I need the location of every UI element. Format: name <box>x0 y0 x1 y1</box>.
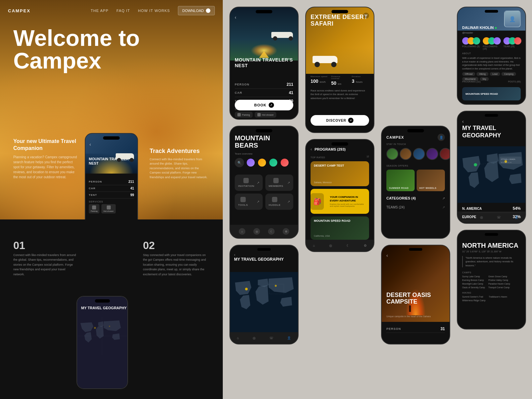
geo-nav-home-icon[interactable]: ⌂ <box>464 215 466 219</box>
map-nav-home-icon[interactable]: ⌂ <box>237 336 239 340</box>
nav-app[interactable]: THE APP <box>91 9 108 13</box>
n-america-pct: 54% <box>513 206 521 211</box>
nav-how[interactable]: HOW IT WORKS <box>138 9 170 13</box>
car-value: 41 <box>289 90 293 95</box>
season-card-wheels[interactable]: HOT WHEELS <box>417 170 445 191</box>
nav-moon-icon[interactable]: ☾ <box>268 228 275 235</box>
geo-back-button[interactable]: ‹ <box>462 119 464 124</box>
geo-nav-person-icon[interactable]: 👤 <box>514 215 518 219</box>
download-button[interactable]: DOWNLOAD <box>178 6 215 15</box>
notch <box>257 248 271 251</box>
nav-compass-icon[interactable]: ◎ <box>253 228 260 235</box>
nav-settings-icon[interactable]: ⚙ <box>283 228 289 235</box>
map-nav-phone-icon[interactable]: ☏ <box>269 336 274 340</box>
oasis-person-label: PERSON <box>386 327 401 331</box>
phone-stats: PERSON 211 CAR 41 TENT 99 SERVICES Parki… <box>89 179 134 213</box>
prog-nav-compass-icon[interactable]: ◎ <box>329 244 332 247</box>
huddle-item[interactable]: HUDDLE ↗ <box>265 194 293 210</box>
notch <box>485 10 498 13</box>
oasis-stats: PERSON 31 <box>386 325 445 333</box>
contact-avatar-1 <box>386 148 398 160</box>
online-indicator <box>495 27 497 29</box>
book-arrow-icon: ↗ <box>269 102 274 108</box>
map-nav-person-icon[interactable]: 👤 <box>287 336 291 340</box>
categories-arrow-icon[interactable]: ↗ <box>442 197 445 200</box>
book-button[interactable]: BOOK ↗ <box>235 100 293 110</box>
season-offer-cards: SUMMER ROAD HOT WHEELS <box>386 170 445 191</box>
safari-stats-row: Maximum speed 100 km/h Distance covered … <box>311 75 369 86</box>
members-icon <box>273 178 279 183</box>
section-text-1: Connect with like-minded travelers from … <box>13 253 76 277</box>
prog-nav-settings-icon[interactable]: ⚙ <box>364 244 367 247</box>
close-icon[interactable]: × <box>363 13 369 19</box>
discover-button[interactable]: DISCOVER ↗ <box>311 115 369 126</box>
tools-item[interactable]: TOOLS ↗ <box>235 194 263 210</box>
tent-label: TENT <box>89 194 97 197</box>
map-title: MY TRAVEL GEOGRAPHY <box>81 306 127 310</box>
campex-social-phone: CAMPEX 👤 STAY IN TOUCH SEASON OFFERS SUM… <box>381 126 450 239</box>
geo-map-svg: OTTAWA, CANADA 45°25' N 75°41' W <box>458 146 525 203</box>
hike-1: Summit Seeker's Trail <box>462 295 485 298</box>
map-bottom-nav: ⌂ ◎ ☏ 👤 <box>230 332 298 344</box>
duration-label: Duration <box>352 75 369 77</box>
s-america-path <box>240 295 250 309</box>
section-number-2: 02 <box>143 239 155 252</box>
categories-row: CATEGORIES (4) ↗ <box>386 196 445 200</box>
season-card-summer[interactable]: SUMMER ROAD <box>386 170 415 191</box>
south-america-shape <box>84 332 91 342</box>
teams-arrow-icon[interactable]: ↗ <box>442 205 445 209</box>
nav-faq[interactable]: FAQ IT <box>116 9 130 13</box>
categories-label: CATEGORIES (4) <box>386 196 416 200</box>
north-america-coords: 31° 20' 3.6769" S, 129° 35' 21.300" W <box>462 250 521 253</box>
map-nav-compass-icon[interactable]: ◎ <box>253 336 256 340</box>
coord-text: OTTAWA, CANADA <box>501 159 515 160</box>
prog-nav-home-icon[interactable]: ⌂ <box>313 244 315 247</box>
car-label: CAR <box>89 187 95 190</box>
invitation-item[interactable]: INVITATION ↗ <box>235 175 263 191</box>
n-america-path <box>235 281 251 295</box>
map-geo-title: MY TRAVEL GEOGRAPHY <box>234 257 294 262</box>
suv-wheel-r <box>289 36 293 41</box>
campex-profile-icon[interactable]: 👤 <box>438 134 445 141</box>
geo-bottom-nav: ⌂ ◎ ☏ 👤 <box>458 211 525 223</box>
phones-layout: ‹ MOUNTAIN TRAVELER'S NEST PERSON 211 <box>223 0 532 399</box>
map-geography-small-phone: ‹ MY TRAVEL GEOGRAPHY <box>229 245 299 344</box>
program-card-speed-road[interactable]: MOUNTAIN SPEED ROAD California, USA <box>311 216 369 240</box>
geo-nav-phone-icon[interactable]: ☏ <box>497 215 501 219</box>
shower-label: Hot shower <box>262 114 274 116</box>
programs-back-icon[interactable]: ‹ <box>311 147 312 152</box>
africa-shape <box>96 326 104 338</box>
program-card-companion[interactable]: 🎒 YOUR COMPANION IN EVERY ADVENTURE Expl… <box>311 189 369 214</box>
geo-australia <box>509 174 521 184</box>
featured-program-card[interactable]: MOUNTAIN SPEED ROAD <box>462 87 521 100</box>
followers-avatars <box>483 37 501 45</box>
prog-nav-moon-icon[interactable]: ☾ <box>346 244 349 247</box>
hiking-list: Summit Seeker's Trail Trailblazer's Have… <box>462 295 521 302</box>
section-text-2: Stay connected with your travel companio… <box>143 253 209 277</box>
north-america-content: NORTH AMERICA 31° 20' 3.6769" S, 129° 35… <box>458 230 525 305</box>
members-item[interactable]: MEMBERS ↗ <box>265 175 293 191</box>
search-button[interactable]: 🔍 <box>235 158 244 167</box>
back-arrow-icon[interactable]: ‹ <box>235 15 236 20</box>
program-card-desert-camp[interactable]: DESERT CAMP TEST Sahara, Morocco <box>311 161 369 186</box>
notch <box>332 142 348 146</box>
hot-wheels-label: HOT WHEELS <box>419 187 437 189</box>
camp-6: Paradise Haven Camp <box>488 282 521 285</box>
tools-arrow-icon: ↗ <box>257 200 259 203</box>
back-arrow-icon[interactable]: ‹ <box>234 253 235 257</box>
geo-nav-compass-icon[interactable]: ◎ <box>480 215 483 219</box>
oasis-back-button[interactable]: ‹ <box>386 253 388 258</box>
huddle-icon <box>272 197 277 202</box>
contact-avatar-2 <box>400 148 412 160</box>
nav-links: THE APP FAQ IT HOW IT WORKS DOWNLOAD <box>91 6 215 15</box>
dalinar-profile-phone: 👤 DALINAR KHOLIN @master FOLLOWING (3) <box>457 7 526 105</box>
nav-home-icon[interactable]: ⌂ <box>239 228 245 235</box>
invitation-icon <box>243 178 249 183</box>
campex-logo: CAMPEX <box>386 135 404 139</box>
apple-icon <box>206 8 210 13</box>
about-text: With a wealth of experience in travel or… <box>462 57 521 70</box>
oasis-person-stat: PERSON 31 <box>386 325 445 333</box>
map-continents <box>80 321 121 342</box>
phone-notch <box>103 136 120 140</box>
speed-road-subtitle: California, USA <box>314 235 330 237</box>
